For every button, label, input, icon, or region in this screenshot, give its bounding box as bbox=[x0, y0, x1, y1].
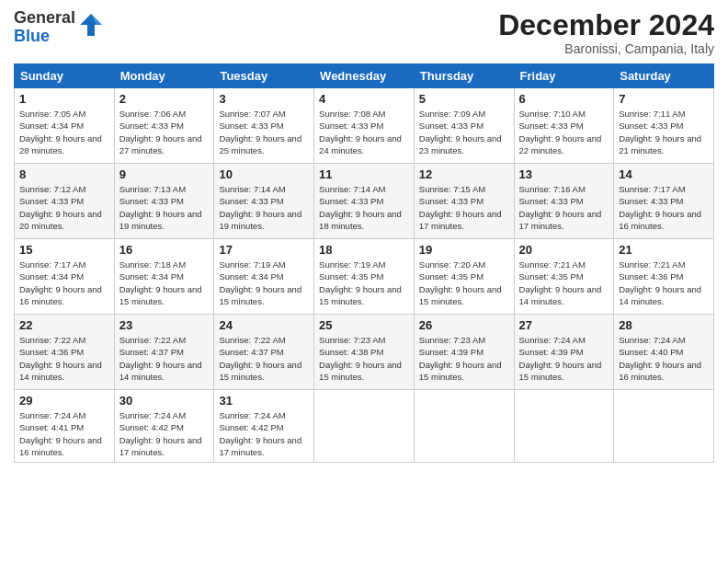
weekday-header: Monday bbox=[114, 64, 214, 88]
calendar-cell: 11 Sunrise: 7:14 AM Sunset: 4:33 PM Dayl… bbox=[314, 164, 415, 239]
day-info: Sunrise: 7:17 AM Sunset: 4:33 PM Dayligh… bbox=[619, 183, 709, 232]
day-number: 25 bbox=[319, 318, 409, 332]
day-info: Sunrise: 7:12 AM Sunset: 4:33 PM Dayligh… bbox=[19, 183, 109, 232]
day-info: Sunrise: 7:10 AM Sunset: 4:33 PM Dayligh… bbox=[519, 108, 609, 156]
day-number: 21 bbox=[619, 243, 709, 257]
calendar-cell: 19 Sunrise: 7:20 AM Sunset: 4:35 PM Dayl… bbox=[414, 239, 514, 315]
day-number: 19 bbox=[419, 243, 509, 257]
day-number: 20 bbox=[519, 243, 609, 257]
calendar-cell: 2 Sunrise: 7:06 AM Sunset: 4:33 PM Dayli… bbox=[114, 88, 214, 164]
calendar-cell: 14 Sunrise: 7:17 AM Sunset: 4:33 PM Dayl… bbox=[614, 164, 714, 239]
day-number: 11 bbox=[319, 167, 409, 181]
day-number: 28 bbox=[619, 318, 709, 332]
day-number: 30 bbox=[119, 394, 210, 408]
weekday-header: Tuesday bbox=[214, 64, 314, 88]
calendar-cell: 8 Sunrise: 7:12 AM Sunset: 4:33 PM Dayli… bbox=[15, 164, 115, 239]
weekday-header: Saturday bbox=[614, 64, 714, 88]
calendar-cell: 21 Sunrise: 7:21 AM Sunset: 4:36 PM Dayl… bbox=[614, 239, 714, 315]
calendar-cell: 23 Sunrise: 7:22 AM Sunset: 4:37 PM Dayl… bbox=[114, 315, 214, 390]
header: General Blue December 2024 Baronissi, Ca… bbox=[14, 9, 714, 56]
calendar-cell bbox=[314, 390, 415, 463]
day-number: 23 bbox=[119, 318, 210, 332]
day-info: Sunrise: 7:14 AM Sunset: 4:33 PM Dayligh… bbox=[319, 183, 409, 232]
day-number: 2 bbox=[119, 92, 210, 106]
day-info: Sunrise: 7:24 AM Sunset: 4:42 PM Dayligh… bbox=[219, 409, 309, 458]
day-info: Sunrise: 7:16 AM Sunset: 4:33 PM Dayligh… bbox=[519, 183, 609, 232]
calendar-cell: 18 Sunrise: 7:19 AM Sunset: 4:35 PM Dayl… bbox=[314, 239, 415, 315]
day-number: 16 bbox=[119, 243, 210, 257]
calendar-cell: 20 Sunrise: 7:21 AM Sunset: 4:35 PM Dayl… bbox=[514, 239, 614, 315]
day-info: Sunrise: 7:14 AM Sunset: 4:33 PM Dayligh… bbox=[219, 183, 309, 232]
calendar-cell: 27 Sunrise: 7:24 AM Sunset: 4:39 PM Dayl… bbox=[514, 315, 614, 390]
day-number: 14 bbox=[619, 167, 709, 181]
day-info: Sunrise: 7:21 AM Sunset: 4:36 PM Dayligh… bbox=[619, 259, 709, 307]
day-info: Sunrise: 7:17 AM Sunset: 4:34 PM Dayligh… bbox=[19, 259, 109, 307]
logo-text: General Blue bbox=[14, 9, 75, 46]
calendar-cell: 26 Sunrise: 7:23 AM Sunset: 4:39 PM Dayl… bbox=[414, 315, 514, 390]
day-info: Sunrise: 7:06 AM Sunset: 4:33 PM Dayligh… bbox=[119, 108, 210, 156]
day-number: 3 bbox=[219, 92, 309, 106]
day-number: 5 bbox=[419, 92, 509, 106]
title-area: December 2024 Baronissi, Campania, Italy bbox=[498, 9, 714, 56]
calendar-cell: 29 Sunrise: 7:24 AM Sunset: 4:41 PM Dayl… bbox=[15, 390, 115, 463]
calendar-cell: 5 Sunrise: 7:09 AM Sunset: 4:33 PM Dayli… bbox=[414, 88, 514, 164]
calendar-cell bbox=[414, 390, 514, 463]
logo-blue: Blue bbox=[14, 28, 75, 46]
month-title: December 2024 bbox=[498, 9, 714, 41]
day-info: Sunrise: 7:22 AM Sunset: 4:37 PM Dayligh… bbox=[119, 334, 210, 383]
calendar-cell: 22 Sunrise: 7:22 AM Sunset: 4:36 PM Dayl… bbox=[15, 315, 115, 390]
day-info: Sunrise: 7:24 AM Sunset: 4:41 PM Dayligh… bbox=[19, 409, 109, 458]
calendar-cell: 4 Sunrise: 7:08 AM Sunset: 4:33 PM Dayli… bbox=[314, 88, 415, 164]
day-number: 31 bbox=[219, 394, 309, 408]
location: Baronissi, Campania, Italy bbox=[498, 41, 714, 56]
calendar-cell: 17 Sunrise: 7:19 AM Sunset: 4:34 PM Dayl… bbox=[214, 239, 314, 315]
logo: General Blue bbox=[14, 9, 104, 46]
day-number: 7 bbox=[619, 92, 709, 106]
calendar-cell: 6 Sunrise: 7:10 AM Sunset: 4:33 PM Dayli… bbox=[514, 88, 614, 164]
calendar-cell bbox=[514, 390, 614, 463]
day-number: 4 bbox=[319, 92, 409, 106]
main-container: General Blue December 2024 Baronissi, Ca… bbox=[0, 0, 728, 563]
calendar-cell: 28 Sunrise: 7:24 AM Sunset: 4:40 PM Dayl… bbox=[614, 315, 714, 390]
calendar-cell: 10 Sunrise: 7:14 AM Sunset: 4:33 PM Dayl… bbox=[214, 164, 314, 239]
day-info: Sunrise: 7:21 AM Sunset: 4:35 PM Dayligh… bbox=[519, 259, 609, 307]
day-info: Sunrise: 7:11 AM Sunset: 4:33 PM Dayligh… bbox=[619, 108, 709, 156]
day-number: 8 bbox=[19, 167, 109, 181]
calendar-cell: 25 Sunrise: 7:23 AM Sunset: 4:38 PM Dayl… bbox=[314, 315, 415, 390]
day-info: Sunrise: 7:24 AM Sunset: 4:40 PM Dayligh… bbox=[619, 334, 709, 383]
calendar-table: SundayMondayTuesdayWednesdayThursdayFrid… bbox=[14, 63, 714, 463]
calendar-cell: 7 Sunrise: 7:11 AM Sunset: 4:33 PM Dayli… bbox=[614, 88, 714, 164]
day-number: 1 bbox=[19, 92, 109, 106]
day-info: Sunrise: 7:07 AM Sunset: 4:33 PM Dayligh… bbox=[219, 108, 309, 156]
day-info: Sunrise: 7:18 AM Sunset: 4:34 PM Dayligh… bbox=[119, 259, 210, 307]
day-info: Sunrise: 7:13 AM Sunset: 4:33 PM Dayligh… bbox=[119, 183, 210, 232]
day-number: 27 bbox=[519, 318, 609, 332]
day-info: Sunrise: 7:22 AM Sunset: 4:36 PM Dayligh… bbox=[19, 334, 109, 383]
logo-icon bbox=[78, 12, 104, 41]
day-info: Sunrise: 7:08 AM Sunset: 4:33 PM Dayligh… bbox=[319, 108, 409, 156]
calendar-cell: 13 Sunrise: 7:16 AM Sunset: 4:33 PM Dayl… bbox=[514, 164, 614, 239]
calendar-cell: 12 Sunrise: 7:15 AM Sunset: 4:33 PM Dayl… bbox=[414, 164, 514, 239]
day-number: 6 bbox=[519, 92, 609, 106]
day-info: Sunrise: 7:05 AM Sunset: 4:34 PM Dayligh… bbox=[19, 108, 109, 156]
day-info: Sunrise: 7:24 AM Sunset: 4:39 PM Dayligh… bbox=[519, 334, 609, 383]
calendar-cell: 30 Sunrise: 7:24 AM Sunset: 4:42 PM Dayl… bbox=[114, 390, 214, 463]
weekday-header: Thursday bbox=[414, 64, 514, 88]
weekday-header: Friday bbox=[514, 64, 614, 88]
weekday-header: Wednesday bbox=[314, 64, 415, 88]
day-info: Sunrise: 7:19 AM Sunset: 4:35 PM Dayligh… bbox=[319, 259, 409, 307]
day-info: Sunrise: 7:22 AM Sunset: 4:37 PM Dayligh… bbox=[219, 334, 309, 383]
calendar-cell: 16 Sunrise: 7:18 AM Sunset: 4:34 PM Dayl… bbox=[114, 239, 214, 315]
day-number: 18 bbox=[319, 243, 409, 257]
day-info: Sunrise: 7:15 AM Sunset: 4:33 PM Dayligh… bbox=[419, 183, 509, 232]
day-info: Sunrise: 7:20 AM Sunset: 4:35 PM Dayligh… bbox=[419, 259, 509, 307]
day-number: 26 bbox=[419, 318, 509, 332]
day-info: Sunrise: 7:24 AM Sunset: 4:42 PM Dayligh… bbox=[119, 409, 210, 458]
day-number: 13 bbox=[519, 167, 609, 181]
calendar-cell: 1 Sunrise: 7:05 AM Sunset: 4:34 PM Dayli… bbox=[15, 88, 115, 164]
day-number: 15 bbox=[19, 243, 109, 257]
calendar-cell bbox=[614, 390, 714, 463]
day-number: 29 bbox=[19, 394, 109, 408]
calendar-cell: 3 Sunrise: 7:07 AM Sunset: 4:33 PM Dayli… bbox=[214, 88, 314, 164]
day-number: 22 bbox=[19, 318, 109, 332]
